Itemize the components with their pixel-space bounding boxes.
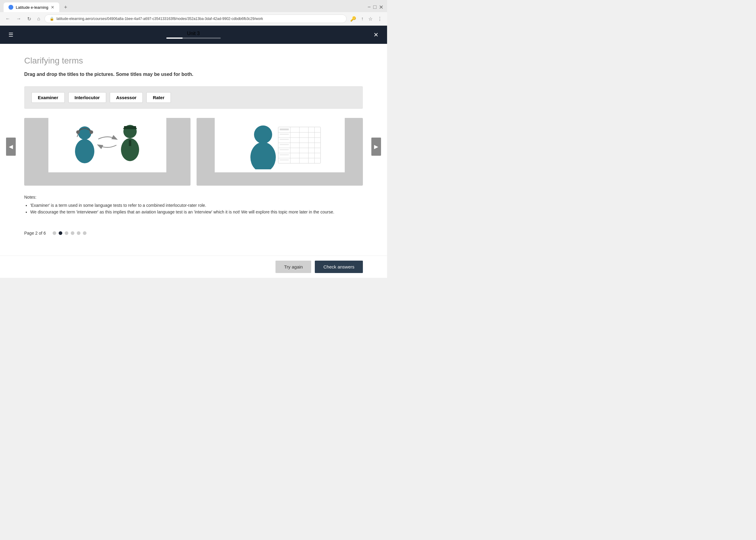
- svg-point-3: [89, 130, 93, 134]
- bookmark-icon[interactable]: ☆: [367, 15, 374, 23]
- tab-title: Latitude e-learning: [16, 5, 48, 10]
- main-content: ◀ ▶ Clarifying terms Drag and drop the t…: [0, 44, 387, 255]
- address-bar[interactable]: 🔒 latitude-elearning.aero/courses/04906a…: [45, 15, 347, 23]
- svg-rect-25: [280, 134, 289, 135]
- new-tab-button[interactable]: +: [62, 3, 70, 12]
- svg-rect-10: [129, 140, 131, 146]
- svg-point-5: [75, 139, 94, 163]
- notes-section: Notes: 'Examiner' is a term used in some…: [24, 195, 363, 215]
- browser-tab[interactable]: Latitude e-learning ✕: [4, 2, 59, 12]
- forward-button[interactable]: →: [15, 15, 23, 23]
- image-visual-left: [24, 118, 191, 172]
- svg-rect-26: [280, 139, 289, 140]
- lock-icon: 🔒: [50, 17, 54, 21]
- drag-labels-container: Examiner Interlocutor Assessor Rater: [24, 86, 363, 109]
- drop-zone-right[interactable]: [197, 172, 363, 186]
- tab-close-button[interactable]: ✕: [51, 5, 55, 10]
- back-button[interactable]: ←: [4, 15, 12, 23]
- image-card-right: [197, 118, 363, 186]
- page-dot-1[interactable]: [53, 231, 56, 235]
- svg-point-11: [254, 125, 272, 144]
- svg-rect-27: [280, 144, 289, 145]
- header-title: Unit 3: [187, 31, 200, 36]
- progress-fill: [166, 38, 183, 39]
- page-dot-6[interactable]: [83, 231, 86, 235]
- window-close-icon: ✕: [379, 4, 383, 11]
- page-dot-5[interactable]: [77, 231, 80, 235]
- browser-chrome: Latitude e-learning ✕ + − □ ✕ ← → ↻ ⌂ 🔒 …: [0, 0, 387, 26]
- minimize-icon: −: [368, 4, 371, 11]
- image-cards-area: [24, 118, 363, 186]
- tab-favicon: [8, 5, 13, 10]
- next-slide-button[interactable]: ▶: [371, 138, 381, 156]
- drag-label-assessor[interactable]: Assessor: [110, 92, 143, 103]
- page-title: Clarifying terms: [24, 56, 363, 66]
- svg-rect-29: [280, 154, 289, 155]
- prev-slide-button[interactable]: ◀: [6, 138, 16, 156]
- image-visual-right: [197, 118, 363, 172]
- interaction-illustration: [68, 122, 147, 168]
- close-button[interactable]: ✕: [371, 29, 381, 41]
- reload-button[interactable]: ↻: [25, 15, 33, 23]
- svg-point-12: [250, 142, 276, 169]
- check-answers-button[interactable]: Check answers: [315, 261, 363, 273]
- svg-rect-24: [280, 128, 289, 130]
- image-card-left: [24, 118, 191, 186]
- page-dot-2[interactable]: [59, 231, 62, 235]
- page-info-text: Page 2 of 6: [24, 231, 46, 235]
- svg-rect-30: [280, 159, 289, 161]
- page-dots: [53, 231, 86, 235]
- hamburger-menu-button[interactable]: ☰: [6, 29, 16, 41]
- header-center: Unit 3: [16, 31, 371, 39]
- share-icon[interactable]: ↑: [360, 15, 365, 23]
- notes-heading: Notes:: [24, 195, 363, 200]
- menu-icon[interactable]: ⋮: [376, 15, 383, 23]
- instruction-text: Drag and drop the titles to the pictures…: [24, 72, 363, 77]
- svg-point-0: [9, 6, 12, 9]
- svg-rect-28: [280, 149, 289, 150]
- maximize-icon: □: [373, 4, 377, 11]
- svg-line-4: [77, 134, 78, 137]
- drag-label-examiner[interactable]: Examiner: [32, 92, 65, 103]
- note-item-1: 'Examiner' is a term used in some langua…: [30, 202, 363, 208]
- pagination-area: Page 2 of 6: [24, 225, 363, 242]
- svg-rect-8: [123, 128, 137, 129]
- note-item-2: We discourage the term 'interviewer' as …: [30, 208, 363, 215]
- password-icon[interactable]: 🔑: [349, 15, 358, 23]
- bottom-action-bar: Try again Check answers: [0, 255, 387, 278]
- home-button[interactable]: ⌂: [35, 15, 42, 23]
- drop-zone-left[interactable]: [24, 172, 191, 186]
- svg-point-2: [76, 130, 80, 134]
- app-header: ☰ Unit 3 ✕: [0, 26, 387, 44]
- try-again-button[interactable]: Try again: [275, 261, 311, 273]
- notes-list: 'Examiner' is a term used in some langua…: [24, 202, 363, 215]
- page-dot-3[interactable]: [65, 231, 68, 235]
- page-dot-4[interactable]: [71, 231, 75, 235]
- drag-label-interlocutor[interactable]: Interlocutor: [68, 92, 106, 103]
- drag-label-rater[interactable]: Rater: [146, 92, 171, 103]
- content-wrapper: ◀ ▶ Clarifying terms Drag and drop the t…: [24, 56, 363, 242]
- url-text: latitude-elearning.aero/courses/04906a8a…: [57, 17, 263, 21]
- assessor-illustration: [234, 121, 325, 169]
- progress-bar: [166, 38, 221, 39]
